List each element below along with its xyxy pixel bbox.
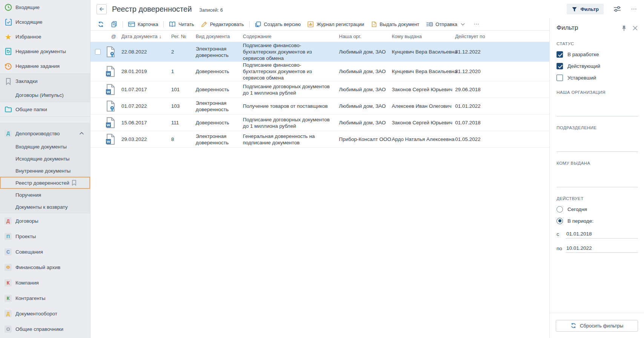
word-doc-icon: W: [106, 117, 115, 128]
table-row[interactable]: W 28.01.2019 1 Доверенность Подписание ф…: [90, 62, 549, 81]
table-row[interactable]: W 29.03.2022 8 Электронная доверенность …: [90, 131, 549, 148]
table-row[interactable]: W 15.06.2017 111 Доверенность Подписание…: [90, 115, 549, 131]
active-option-today[interactable]: Сегодня: [557, 206, 638, 213]
column-header-valid-to[interactable]: Действует по: [455, 34, 549, 39]
checkbox-checked[interactable]: [557, 63, 563, 69]
column-header-at[interactable]: @: [90, 34, 121, 39]
copy-button[interactable]: [107, 18, 121, 30]
active-option-in-period[interactable]: В периоде:: [557, 217, 638, 224]
company-letter-icon: К: [5, 279, 12, 286]
sidebar-item-incoming-documents[interactable]: Входящие документы: [0, 141, 90, 153]
date-to-input[interactable]: 10.01.2022: [566, 245, 638, 253]
cell-issued-to: Законов Сергей Юрьевич: [392, 119, 455, 126]
column-header-issued-to[interactable]: Кому выдана: [392, 34, 455, 39]
sidebar-item-document-flow[interactable]: Д Документооборот: [0, 306, 90, 321]
close-icon[interactable]: [632, 25, 638, 31]
status-option-active[interactable]: Действующий: [557, 63, 638, 69]
folder-teal-icon: [5, 105, 12, 113]
radio-unselected[interactable]: [557, 206, 563, 213]
division-input[interactable]: [557, 139, 638, 152]
column-header-type[interactable]: Вид документа: [196, 34, 243, 39]
chevron-up-icon[interactable]: [79, 132, 84, 135]
column-header-content[interactable]: Содержание: [243, 34, 339, 39]
sidebar-item-outgoing-documents[interactable]: Исходящие документы: [0, 153, 90, 165]
registration-log-button[interactable]: Журнал регистрации: [304, 18, 367, 30]
sidebar-item-bookmark-contracts-impuls[interactable]: Договоры (Импульс): [0, 89, 90, 102]
sidebar-item-label: Договоры: [15, 218, 38, 224]
reset-filters-button[interactable]: Сбросить фильтры: [556, 320, 638, 332]
edit-button[interactable]: Редактировать: [198, 18, 247, 30]
sidebar-item-recent-documents[interactable]: Недавние документы: [0, 44, 90, 59]
cell-type: Доверенность: [196, 86, 243, 93]
sidebar-group-label: Делопроизводство: [15, 131, 60, 136]
issue-document-button[interactable]: Выдать документ: [368, 18, 423, 30]
cell-valid-to: 01.05.2022: [455, 136, 549, 142]
sidebar-item-label: Проекты: [15, 234, 36, 239]
sidebar-item-internal-documents[interactable]: Внутренние документы: [0, 165, 90, 177]
toolbar-more-button[interactable]: ⋯: [468, 21, 485, 28]
card-button[interactable]: Карточка: [125, 18, 161, 30]
column-header-date[interactable]: Дата документа↓: [121, 34, 171, 39]
edoc-signed-icon: [106, 46, 115, 58]
radio-label: Сегодня: [567, 206, 587, 212]
send-list-icon: [426, 21, 433, 27]
column-header-reg[interactable]: Рег. №: [171, 34, 196, 39]
content-area: Карточка Читать Редактировать: [90, 18, 549, 338]
date-from-input[interactable]: 01.01.2018: [566, 231, 638, 239]
table-row[interactable]: W 01.07.2017 101 Доверенность Подписание…: [90, 81, 549, 98]
cell-type: Электронная доверенность: [196, 133, 243, 146]
create-version-button[interactable]: Создать версию: [251, 18, 304, 30]
refresh-button[interactable]: [94, 18, 107, 30]
bookmark-outline-icon[interactable]: [72, 180, 77, 186]
sidebar-subitem-label: Внутренние документы: [15, 168, 71, 174]
pencil-icon: [201, 21, 207, 28]
sidebar-item-inbox[interactable]: Входящие: [0, 0, 90, 15]
send-button[interactable]: Отправка: [423, 18, 468, 30]
radio-selected[interactable]: [557, 218, 563, 224]
issued-to-input[interactable]: [557, 174, 638, 187]
our-organization-input[interactable]: [557, 104, 638, 116]
sidebar-item-documents-to-return[interactable]: Документы к возврату: [0, 201, 90, 213]
sidebar-item-favorites[interactable]: ★ Избранное: [0, 29, 90, 44]
sidebar-item-recent-tasks[interactable]: Недавние задания: [0, 59, 90, 73]
sidebar-item-poa-registry-selected[interactable]: Реестр доверенностей: [0, 177, 90, 189]
view-settings-icon[interactable]: [613, 6, 621, 12]
table-row[interactable]: 22.08.2022 2 Электронная доверенность По…: [90, 42, 549, 62]
sidebar-item-company[interactable]: К Компания: [0, 275, 90, 291]
read-button[interactable]: Читать: [166, 18, 197, 30]
back-button[interactable]: [97, 4, 107, 14]
sidebar-item-shared-folders[interactable]: Общие папки: [0, 102, 90, 117]
cell-org: Любимый дом, ЗАО: [339, 119, 392, 126]
cell-org: Прибор-Консалт ООО: [339, 136, 392, 142]
sidebar: Входящие Исходящие ★ Избранное Недавние …: [0, 0, 90, 338]
checkbox-unchecked[interactable]: [557, 75, 563, 81]
toolbar: Карточка Читать Редактировать: [90, 18, 549, 31]
table-row[interactable]: 01.07.2022 103 Электронная доверенность …: [90, 98, 549, 115]
projects-letter-icon: П: [5, 233, 12, 240]
sidebar-item-meetings[interactable]: С Совещания: [0, 244, 90, 260]
sidebar-item-bookmarks[interactable]: Закладки: [0, 74, 90, 89]
sidebar-item-shared-directories[interactable]: О Общие справочники: [0, 321, 90, 337]
sidebar-item-outbox[interactable]: Исходящие: [0, 15, 90, 29]
checkbox-checked[interactable]: [557, 51, 563, 58]
sidebar-item-contracts[interactable]: Д Договоры: [0, 213, 90, 229]
topbar-more-button[interactable]: ⋯: [631, 7, 637, 11]
sidebar-group-records-management[interactable]: Д Делопроизводство: [0, 126, 90, 141]
our-organization-label: НАША ОРГАНИЗАЦИЯ: [557, 90, 638, 95]
issue-document-label: Выдать документ: [380, 21, 419, 27]
cell-date: 22.08.2022: [121, 49, 171, 55]
sidebar-item-counterparties[interactable]: К Контрагенты: [0, 291, 90, 306]
filter-toggle-button[interactable]: Фильтр: [567, 4, 604, 14]
status-option-in-development[interactable]: В разработке: [557, 51, 638, 58]
sidebar-item-assignments[interactable]: Поручения: [0, 189, 90, 201]
meetings-letter-icon: С: [5, 248, 12, 255]
pin-icon[interactable]: [621, 25, 627, 31]
cell-issued-to: Кунцевич Вера Васильевна: [392, 49, 455, 55]
sidebar-item-projects[interactable]: П Проекты: [0, 229, 90, 244]
cell-date: 29.03.2022: [121, 136, 171, 142]
create-version-icon: [255, 21, 261, 28]
status-option-obsolete[interactable]: Устаревший: [557, 74, 638, 81]
sidebar-item-financial-archive[interactable]: Ф Финансовый архив: [0, 260, 90, 275]
column-header-org[interactable]: Наша орг.: [339, 34, 392, 39]
row-checkbox[interactable]: [95, 49, 101, 55]
